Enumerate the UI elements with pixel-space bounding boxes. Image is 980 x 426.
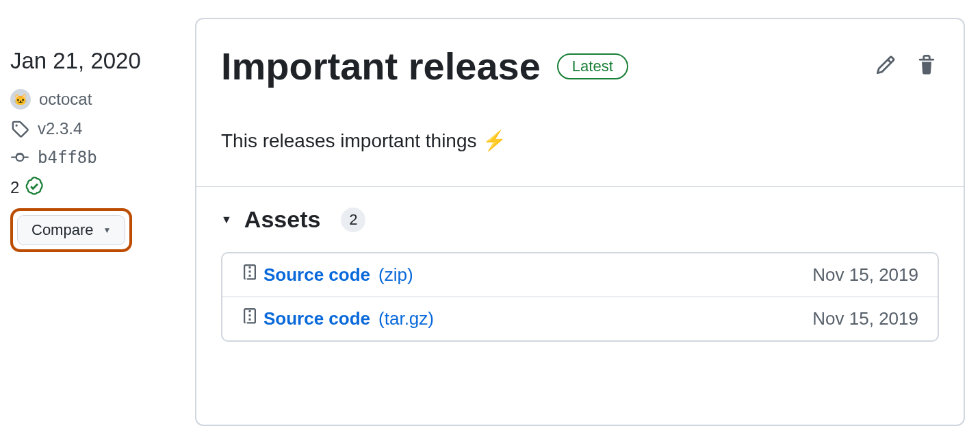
asset-date: Nov 15, 2019 (812, 264, 918, 286)
author-name: octocat (39, 90, 92, 109)
delete-button[interactable] (914, 54, 939, 79)
asset-ext: (zip) (378, 264, 413, 286)
author-row[interactable]: 🐱 octocat (10, 89, 195, 110)
verified-icon (25, 177, 44, 199)
zap-icon: ⚡ (482, 129, 506, 152)
compare-button[interactable]: Compare ▼ (17, 215, 125, 245)
zip-icon (242, 308, 258, 329)
verified-row[interactable]: 2 (10, 177, 195, 199)
commit-sha: b4ff8b (38, 148, 97, 167)
release-description: This releases important things ⚡ (196, 88, 964, 186)
asset-name: Source code (263, 264, 370, 286)
trash-icon (916, 55, 937, 77)
avatar-icon: 🐱 (10, 89, 31, 110)
edit-button[interactable] (873, 54, 898, 79)
asset-ext: (tar.gz) (378, 308, 434, 329)
assets-title: Assets (244, 206, 321, 233)
compare-highlight: Compare ▼ (10, 208, 132, 252)
asset-name: Source code (263, 308, 370, 329)
verified-count: 2 (10, 178, 19, 197)
release-title: Important release (221, 44, 541, 88)
zip-icon (242, 264, 258, 286)
asset-row[interactable]: Source code (tar.gz) Nov 15, 2019 (222, 297, 938, 340)
commit-icon (10, 148, 29, 167)
assets-toggle[interactable]: ▼ Assets 2 (221, 206, 939, 233)
latest-badge: Latest (557, 53, 628, 79)
release-date: Jan 21, 2020 (10, 48, 195, 74)
asset-date: Nov 15, 2019 (812, 308, 918, 329)
tag-icon (10, 119, 29, 138)
tag-row[interactable]: v2.3.4 (10, 119, 195, 138)
tag-name: v2.3.4 (38, 119, 82, 138)
asset-row[interactable]: Source code (zip) Nov 15, 2019 (222, 253, 938, 297)
caret-down-icon: ▼ (103, 225, 111, 235)
disclosure-triangle-icon: ▼ (221, 214, 232, 226)
asset-list: Source code (zip) Nov 15, 2019 Source co… (221, 252, 939, 342)
release-panel: Important release Latest This releases i… (195, 18, 965, 426)
commit-row[interactable]: b4ff8b (10, 148, 195, 167)
description-text: This releases important things (221, 130, 477, 152)
compare-label: Compare (31, 221, 93, 239)
pencil-icon (875, 55, 896, 77)
assets-count: 2 (341, 208, 365, 232)
